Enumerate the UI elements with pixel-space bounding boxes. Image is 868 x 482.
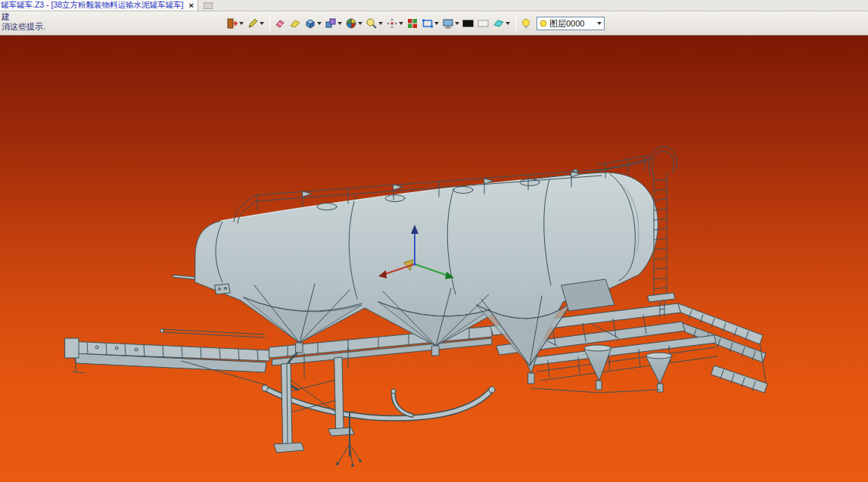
zoom-icon[interactable]	[365, 17, 384, 30]
document-tab-bar: 罐车罐车.Z3 - [38立方粉颗装物料运输水泥罐车罐车] ×	[0, 0, 868, 11]
chevron-down-icon[interactable]	[358, 22, 362, 25]
layer-selector[interactable]: 图层0000	[537, 17, 605, 30]
3d-viewport[interactable]	[0, 36, 868, 482]
datum-plane-icon[interactable]	[288, 17, 302, 30]
chevron-down-icon[interactable]	[239, 22, 244, 25]
cement-tanker-model	[65, 147, 767, 467]
active-document-tab[interactable]: 罐车罐车.Z3 - [38立方粉颗装物料运输水泥罐车罐车] ×	[0, 0, 198, 11]
assembly-cubes-icon[interactable]	[324, 17, 343, 30]
chevron-down-icon[interactable]	[434, 22, 439, 25]
chevron-down-icon[interactable]	[317, 22, 322, 25]
chevron-down-icon[interactable]	[338, 22, 342, 25]
display-monitor-icon[interactable]	[441, 17, 460, 30]
chevron-down-icon[interactable]	[260, 22, 264, 25]
frame-icon[interactable]	[421, 17, 440, 30]
prompt-line-2: 消这些提示.	[2, 22, 45, 32]
color-wheel-icon[interactable]	[344, 17, 363, 30]
black-color-swatch[interactable]	[462, 17, 475, 30]
layer-on-bulb-icon	[540, 20, 547, 27]
pan-icon[interactable]	[385, 17, 404, 30]
layer-selector-value: 图层0000	[549, 18, 594, 30]
new-document-tab-icon[interactable]	[204, 2, 213, 9]
eraser-icon[interactable]	[273, 17, 287, 30]
chevron-down-icon[interactable]	[399, 22, 403, 25]
grid-icon[interactable]	[406, 17, 419, 30]
layer-bulb-icon[interactable]	[519, 17, 533, 30]
close-tab-icon[interactable]: ×	[189, 2, 194, 9]
section-plane-icon[interactable]	[492, 17, 511, 30]
sketch-pencil-icon[interactable]	[246, 17, 265, 30]
model-canvas	[0, 36, 868, 482]
front-chassis-beam	[65, 328, 269, 385]
cube-icon[interactable]	[303, 17, 322, 30]
chevron-down-icon[interactable]	[597, 22, 602, 25]
main-toolbar: 建 消这些提示.	[0, 11, 868, 36]
white-color-swatch[interactable]	[477, 17, 490, 30]
prompt-line-1: 建	[2, 12, 45, 22]
toolbar-icons: 图层0000	[226, 14, 605, 33]
chevron-down-icon[interactable]	[506, 22, 510, 25]
exit-icon[interactable]	[226, 17, 244, 30]
toolbar-separator	[269, 16, 270, 31]
chevron-down-icon[interactable]	[455, 22, 459, 25]
prompt-message: 建 消这些提示.	[2, 12, 45, 32]
document-title: 罐车罐车.Z3 - [38立方粉颗装物料运输水泥罐车罐车]	[1, 0, 184, 11]
toolbar-separator	[515, 16, 516, 31]
chevron-down-icon[interactable]	[378, 22, 383, 25]
